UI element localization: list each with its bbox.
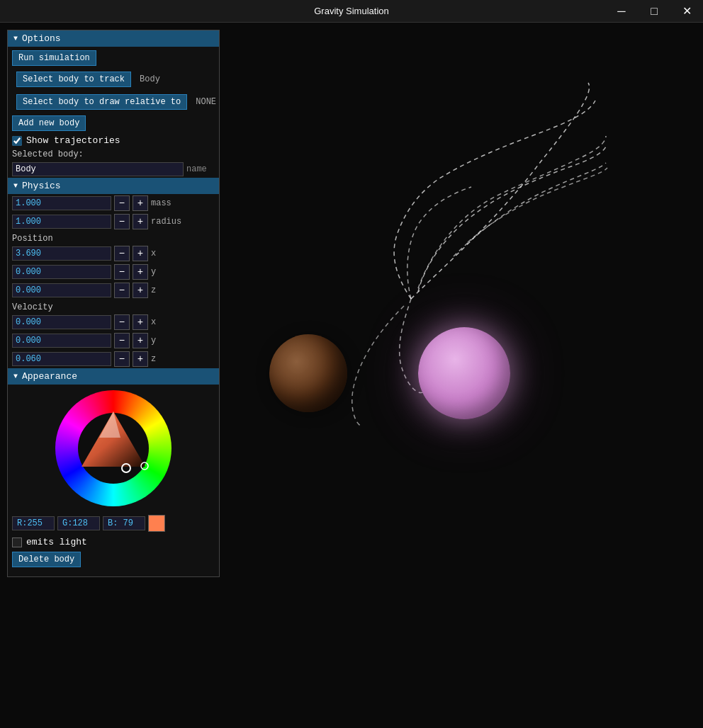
physics-header[interactable]: ▼ Physics [8,178,219,194]
pos-x-minus-button[interactable]: − [114,246,130,261]
emits-light-checkbox[interactable] [12,538,22,547]
mass-plus-button[interactable]: + [133,195,148,211]
planet-pink[interactable] [418,327,510,419]
draw-relative-value: NONE [196,97,216,107]
title-bar: Gravity Simulation ─ □ ✕ [0,0,703,23]
radius-plus-button[interactable]: + [133,214,148,229]
vel-z-plus-button[interactable]: + [133,351,148,367]
r-display: R:255 [12,516,55,530]
radius-label: radius [151,217,179,227]
pos-y-plus-button[interactable]: + [133,264,148,280]
position-label: Position [8,231,219,244]
window-title: Gravity Simulation [314,6,388,16]
color-wheel-wrapper[interactable] [55,390,171,506]
options-header[interactable]: ▼ Options [8,30,219,47]
radius-row: − + radius [8,212,219,231]
appearance-header[interactable]: ▼ Appearance [8,368,219,385]
delete-body-button[interactable]: Delete body [12,552,81,567]
vel-z-input[interactable] [12,352,111,366]
vel-y-input[interactable] [12,334,111,348]
maximize-button[interactable]: □ [638,0,670,23]
emits-light-row: emits light [8,535,219,550]
selected-body-label: Selected body: [8,148,219,161]
vel-y-plus-button[interactable]: + [133,333,148,348]
pos-z-plus-button[interactable]: + [133,283,148,298]
pos-x-label: x [151,249,159,258]
mass-minus-button[interactable]: − [114,195,130,211]
show-trajectories-label: Show trajectories [26,135,120,146]
name-label: name [186,164,215,174]
add-body-button[interactable]: Add new body [12,115,86,131]
color-wheel-svg[interactable] [55,390,171,506]
track-body-row: Select body to track Body [8,68,219,91]
show-trajectories-checkbox[interactable] [12,136,22,146]
vel-z-minus-button[interactable]: − [114,351,130,367]
pos-z-input[interactable] [12,283,111,297]
vel-y-minus-button[interactable]: − [114,333,130,348]
vel-x-label: x [151,317,159,327]
vel-x-input[interactable] [12,315,111,329]
b-display: B: 79 [103,516,145,530]
show-trajectories-row: Show trajectories [8,133,219,148]
emits-light-label: emits light [26,537,87,547]
window-controls: ─ □ ✕ [605,0,703,22]
appearance-arrow: ▼ [13,372,18,380]
color-wheel-container[interactable] [8,385,219,512]
options-arrow: ▼ [13,35,18,42]
mass-label: mass [151,198,179,208]
physics-arrow: ▼ [13,182,18,190]
vel-x-plus-button[interactable]: + [133,314,148,330]
pos-y-minus-button[interactable]: − [114,264,130,280]
vel-x-minus-button[interactable]: − [114,314,130,330]
add-body-row: Add new body [8,113,219,133]
simulation-area[interactable]: ▼ Options Run simulation Select body to … [0,23,703,728]
draw-relative-row: Select body to draw relative to NONE [8,91,219,113]
delete-body-row: Delete body [8,550,219,569]
velocity-label: Velocity [8,300,219,313]
pos-x-row: − + x [8,244,219,263]
run-simulation-row: Run simulation [8,48,219,68]
vel-x-row: − + x [8,313,219,331]
planet-brown[interactable] [269,334,347,412]
pos-z-label: z [151,285,159,295]
vel-y-label: y [151,336,159,346]
pos-y-row: − + y [8,263,219,281]
select-body-track-button[interactable]: Select body to track [16,72,131,87]
radius-input[interactable] [12,215,111,229]
minimize-button[interactable]: ─ [605,0,638,23]
pos-z-minus-button[interactable]: − [114,283,130,298]
radius-minus-button[interactable]: − [114,214,130,229]
pos-y-label: y [151,267,159,277]
pos-z-row: − + z [8,281,219,300]
vel-z-row: − + z [8,350,219,368]
appearance-label: Appearance [22,371,77,382]
g-display: G:128 [57,516,100,530]
track-body-value: Body [140,74,160,84]
color-info-row: R:255 G:128 B: 79 [8,512,219,535]
color-swatch[interactable] [148,515,165,532]
mass-row: − + mass [8,194,219,212]
run-simulation-button[interactable]: Run simulation [12,50,96,66]
options-label: Options [22,33,61,44]
body-name-input[interactable] [12,162,184,176]
pos-x-input[interactable] [12,246,111,261]
physics-label: Physics [22,181,61,191]
mass-input[interactable] [12,196,111,210]
side-panel: ▼ Options Run simulation Select body to … [7,30,220,577]
vel-z-label: z [151,354,159,364]
body-name-row: name [8,161,219,178]
vel-y-row: − + y [8,331,219,350]
close-button[interactable]: ✕ [670,0,703,23]
pos-x-plus-button[interactable]: + [133,246,148,261]
select-body-draw-button[interactable]: Select body to draw relative to [16,94,187,110]
pos-y-input[interactable] [12,265,111,279]
